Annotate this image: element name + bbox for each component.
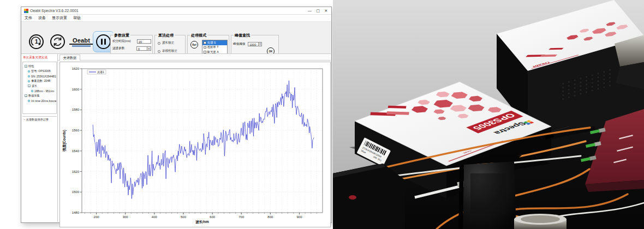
svg-text:光谱1: 光谱1 <box>97 70 104 74</box>
radio-nonlinearity-cal[interactable] <box>158 50 160 53</box>
svg-text:1620: 1620 <box>72 67 80 70</box>
svg-text:1480: 1480 <box>72 211 80 214</box>
pause-button[interactable] <box>96 34 111 49</box>
svg-text:1500: 1500 <box>72 190 80 194</box>
svg-text:600: 600 <box>210 215 216 219</box>
continuous-scan-button[interactable] <box>50 34 65 49</box>
mode-item-spectrum[interactable]: 光谱 S <box>202 40 227 45</box>
steel-cylinder <box>514 214 567 229</box>
app-logo-icon <box>24 9 28 13</box>
chart-panel: 光谱数据 20030040050060070080090014801500152… <box>58 53 331 222</box>
continuous-scan-icon <box>52 36 63 47</box>
menu-display-settings[interactable]: 显示设置 <box>52 15 67 21</box>
svg-text:波长/nm: 波长/nm <box>195 220 209 224</box>
filter-param-select[interactable]: 0 ▾ <box>136 46 151 51</box>
tree-node-acquisition[interactable]: −数据采集 <box>23 93 56 98</box>
close-button[interactable]: ✕ <box>322 8 330 14</box>
svg-text:500: 500 <box>181 215 187 219</box>
group-title-mode: 处理模式 <box>190 33 207 38</box>
acquisition-status-text: 单次采集光谱完成 <box>21 54 57 61</box>
pause-icon <box>101 39 106 45</box>
foreground-equipment <box>333 164 405 229</box>
peak-threshold-label: 峰值阈值 <box>233 42 248 46</box>
tree-leaf-inttime[interactable]: Int time:20ms,boxcar:0 <box>23 98 56 103</box>
save-record-section[interactable]: − 光谱数据保存记录 <box>22 116 57 122</box>
filter-param-value: 0 <box>136 46 147 51</box>
svg-text:1600: 1600 <box>72 88 80 91</box>
svg-text:200: 200 <box>94 215 100 219</box>
chart-tabstrip: 光谱数据 <box>58 54 331 61</box>
svg-text:900: 900 <box>296 215 302 219</box>
svg-text:400: 400 <box>152 215 158 219</box>
app-window: Oeabt Spectra V3.6.22.0001 — ▢ ✕ 文件 设备 显… <box>21 7 332 223</box>
brand-logo-underline <box>69 44 93 45</box>
svg-text:1540: 1540 <box>72 149 80 153</box>
mode-item-transmittance[interactable]: 透射率 T <box>202 45 227 50</box>
ref-button[interactable]: Ref <box>190 41 198 49</box>
spectrum-chart[interactable]: 2003004005006007008009001480150015201540… <box>59 62 331 227</box>
group-title-peak: 峰值查找 <box>234 33 251 38</box>
peak-threshold-stepper[interactable]: 1000 ▲▼ <box>248 42 262 46</box>
integration-time-input[interactable]: 20 <box>137 39 151 44</box>
group-title-params: 参数设置 <box>113 33 130 38</box>
single-scan-icon: 1 <box>30 35 43 48</box>
menu-help[interactable]: 帮助 <box>73 15 81 21</box>
title-bar[interactable]: Oeabt Spectra V3.6.22.0001 — ▢ ✕ <box>21 7 331 15</box>
tree-node-wavelength[interactable]: −波长 <box>23 83 56 88</box>
brand-logo-subtext <box>72 45 91 47</box>
integration-time-label: 积分时间(ms) <box>112 39 137 44</box>
hardware-photo: Oeabt <box>333 0 644 229</box>
tab-spectrum-data[interactable]: 光谱数据 <box>59 55 80 61</box>
brand-logo-text: Oeabt <box>69 37 93 44</box>
filter-param-label: 滤波参数 <box>112 46 136 51</box>
toolbar: 1 Oeabt <box>21 22 331 53</box>
screenshot-root: { "window": { "title": "Oeabt Spectra V3… <box>0 0 644 229</box>
svg-text:强度(Counts): 强度(Counts) <box>62 130 67 152</box>
svg-text:700: 700 <box>238 215 245 219</box>
svg-text:1560: 1560 <box>72 129 80 132</box>
svg-text:1: 1 <box>35 39 38 45</box>
group-title-algo: 算法处理 <box>157 33 175 38</box>
svg-text:1580: 1580 <box>72 108 80 111</box>
spectrum-plot: 2003004005006007008009001480150015201540… <box>60 62 330 227</box>
tree-leaf-range[interactable]: 188nm - 951nm <box>23 88 56 93</box>
tree-leaf-pixels[interactable]: 像素总数: 2048 <box>23 79 56 83</box>
menu-file[interactable]: 文件 <box>25 15 32 21</box>
tree-node-properties[interactable]: −特性 <box>23 64 56 69</box>
device-tree: −特性 型号: OPS3305 SN: 25361X2944812004 像素总… <box>22 62 57 114</box>
single-scan-button[interactable]: 1 <box>29 34 44 49</box>
svg-text:300: 300 <box>123 215 129 219</box>
radio-wavelength-cal[interactable] <box>158 42 160 45</box>
minimize-button[interactable]: — <box>306 8 314 14</box>
peak-threshold-value: 1000 <box>248 42 259 46</box>
menu-bar: 文件 设备 显示设置 帮助 <box>21 15 331 22</box>
svg-text:1520: 1520 <box>72 170 80 173</box>
radio-nonlinearity-cal-label: 非线性校正 <box>162 49 177 53</box>
sidebar: 单次采集光谱完成 −特性 型号: OPS3305 SN: 25361X29448… <box>21 53 58 222</box>
menu-device[interactable]: 设备 <box>38 15 46 21</box>
tree-leaf-serial[interactable]: SN: 25361X2944812004 <box>23 74 56 79</box>
chevron-down-icon[interactable]: ▾ <box>147 46 151 51</box>
metal-stage-plate <box>615 35 644 89</box>
radio-wavelength-cal-label: 波长校正 <box>162 41 174 45</box>
tree-leaf-model[interactable]: 型号: OPS3305 <box>23 69 56 74</box>
window-title: Oeabt Spectra V3.6.22.0001 <box>30 9 306 13</box>
svg-text:800: 800 <box>267 215 273 219</box>
maximize-button[interactable]: ▢ <box>314 8 322 14</box>
toolbar-brand-logo: Oeabt <box>69 37 93 47</box>
stepper-arrows-icon[interactable]: ▲▼ <box>259 42 262 46</box>
